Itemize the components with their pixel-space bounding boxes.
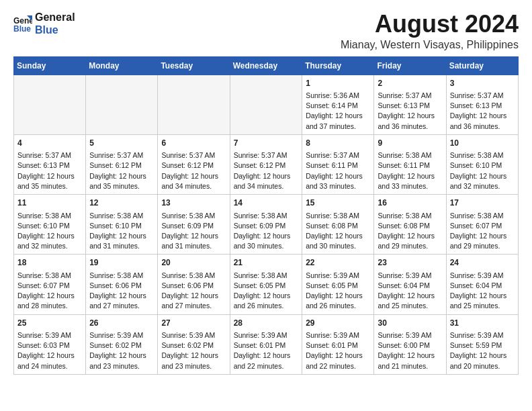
day-number: 25	[17, 318, 82, 329]
calendar-cell: 24Sunrise: 5:39 AM Sunset: 6:04 PM Dayli…	[446, 255, 518, 314]
calendar-cell	[14, 75, 86, 134]
page-header: General Blue General Blue August 2024 Mi…	[13, 11, 519, 51]
day-number: 20	[161, 257, 226, 269]
calendar-cell: 7Sunrise: 5:37 AM Sunset: 6:12 PM Daylig…	[230, 134, 302, 194]
calendar-cell: 23Sunrise: 5:39 AM Sunset: 6:04 PM Dayli…	[374, 255, 446, 314]
day-info: Sunrise: 5:38 AM Sunset: 6:11 PM Dayligh…	[378, 150, 442, 191]
day-number: 13	[161, 197, 226, 209]
day-number: 9	[378, 138, 442, 149]
calendar-cell: 31Sunrise: 5:39 AM Sunset: 5:59 PM Dayli…	[446, 314, 518, 374]
calendar-week-row: 1Sunrise: 5:36 AM Sunset: 6:14 PM Daylig…	[14, 75, 519, 134]
day-number: 16	[378, 197, 442, 209]
calendar-cell: 1Sunrise: 5:36 AM Sunset: 6:14 PM Daylig…	[302, 75, 374, 134]
day-info: Sunrise: 5:39 AM Sunset: 6:02 PM Dayligh…	[89, 330, 154, 371]
calendar-week-row: 4Sunrise: 5:37 AM Sunset: 6:13 PM Daylig…	[14, 134, 519, 194]
day-number: 30	[378, 318, 442, 329]
day-number: 10	[450, 138, 515, 149]
calendar-cell: 4Sunrise: 5:37 AM Sunset: 6:13 PM Daylig…	[14, 134, 86, 194]
day-info: Sunrise: 5:37 AM Sunset: 6:13 PM Dayligh…	[450, 91, 515, 132]
calendar-cell: 13Sunrise: 5:38 AM Sunset: 6:09 PM Dayli…	[158, 195, 230, 255]
day-info: Sunrise: 5:38 AM Sunset: 6:09 PM Dayligh…	[234, 211, 299, 252]
day-info: Sunrise: 5:37 AM Sunset: 6:12 PM Dayligh…	[89, 150, 154, 191]
column-header-wednesday: Wednesday	[230, 56, 302, 75]
day-info: Sunrise: 5:36 AM Sunset: 6:14 PM Dayligh…	[306, 91, 370, 132]
column-header-monday: Monday	[86, 56, 158, 75]
day-number: 17	[450, 197, 515, 209]
calendar-cell: 21Sunrise: 5:38 AM Sunset: 6:05 PM Dayli…	[230, 255, 302, 314]
calendar-cell: 20Sunrise: 5:38 AM Sunset: 6:06 PM Dayli…	[158, 255, 230, 314]
day-number: 24	[450, 257, 515, 269]
calendar-cell	[86, 75, 158, 134]
day-info: Sunrise: 5:38 AM Sunset: 6:07 PM Dayligh…	[17, 271, 82, 312]
calendar-cell: 11Sunrise: 5:38 AM Sunset: 6:10 PM Dayli…	[14, 195, 86, 255]
calendar-cell: 8Sunrise: 5:37 AM Sunset: 6:11 PM Daylig…	[302, 134, 374, 194]
day-info: Sunrise: 5:37 AM Sunset: 6:11 PM Dayligh…	[306, 150, 370, 191]
calendar-cell: 26Sunrise: 5:39 AM Sunset: 6:02 PM Dayli…	[86, 314, 158, 374]
calendar-header-row: SundayMondayTuesdayWednesdayThursdayFrid…	[14, 56, 519, 75]
day-number: 31	[450, 318, 515, 329]
logo-general: General	[35, 11, 75, 24]
calendar-cell: 6Sunrise: 5:37 AM Sunset: 6:12 PM Daylig…	[158, 134, 230, 194]
day-number: 15	[306, 197, 370, 209]
day-number: 28	[234, 318, 299, 329]
day-info: Sunrise: 5:39 AM Sunset: 6:01 PM Dayligh…	[234, 330, 299, 371]
column-header-thursday: Thursday	[302, 56, 374, 75]
day-info: Sunrise: 5:38 AM Sunset: 6:09 PM Dayligh…	[161, 211, 226, 252]
day-info: Sunrise: 5:38 AM Sunset: 6:10 PM Dayligh…	[17, 211, 82, 252]
day-info: Sunrise: 5:39 AM Sunset: 6:01 PM Dayligh…	[306, 330, 370, 371]
column-header-saturday: Saturday	[446, 56, 518, 75]
day-number: 14	[234, 197, 299, 209]
day-info: Sunrise: 5:37 AM Sunset: 6:12 PM Dayligh…	[161, 150, 226, 191]
calendar-cell: 28Sunrise: 5:39 AM Sunset: 6:01 PM Dayli…	[230, 314, 302, 374]
day-info: Sunrise: 5:38 AM Sunset: 6:07 PM Dayligh…	[450, 211, 515, 252]
day-number: 4	[17, 138, 82, 149]
title-block: August 2024 Mianay, Western Visayas, Phi…	[341, 11, 519, 51]
calendar-week-row: 18Sunrise: 5:38 AM Sunset: 6:07 PM Dayli…	[14, 255, 519, 314]
calendar-cell: 12Sunrise: 5:38 AM Sunset: 6:10 PM Dayli…	[86, 195, 158, 255]
calendar-cell: 14Sunrise: 5:38 AM Sunset: 6:09 PM Dayli…	[230, 195, 302, 255]
day-info: Sunrise: 5:38 AM Sunset: 6:05 PM Dayligh…	[234, 271, 299, 312]
day-info: Sunrise: 5:37 AM Sunset: 6:13 PM Dayligh…	[378, 91, 442, 132]
day-info: Sunrise: 5:39 AM Sunset: 6:05 PM Dayligh…	[306, 271, 370, 312]
calendar-cell: 10Sunrise: 5:38 AM Sunset: 6:10 PM Dayli…	[446, 134, 518, 194]
calendar-cell: 18Sunrise: 5:38 AM Sunset: 6:07 PM Dayli…	[14, 255, 86, 314]
main-title: August 2024	[341, 11, 519, 38]
day-info: Sunrise: 5:38 AM Sunset: 6:08 PM Dayligh…	[306, 211, 370, 252]
calendar-cell: 25Sunrise: 5:39 AM Sunset: 6:03 PM Dayli…	[14, 314, 86, 374]
calendar-cell: 19Sunrise: 5:38 AM Sunset: 6:06 PM Dayli…	[86, 255, 158, 314]
day-info: Sunrise: 5:37 AM Sunset: 6:12 PM Dayligh…	[234, 150, 299, 191]
day-number: 11	[17, 197, 82, 209]
day-number: 22	[306, 257, 370, 269]
day-info: Sunrise: 5:38 AM Sunset: 6:10 PM Dayligh…	[450, 150, 515, 191]
day-number: 18	[17, 257, 82, 269]
calendar-cell: 15Sunrise: 5:38 AM Sunset: 6:08 PM Dayli…	[302, 195, 374, 255]
column-header-sunday: Sunday	[14, 56, 86, 75]
subtitle: Mianay, Western Visayas, Philippines	[341, 39, 519, 51]
calendar-table: SundayMondayTuesdayWednesdayThursdayFrid…	[13, 56, 519, 375]
calendar-cell: 17Sunrise: 5:38 AM Sunset: 6:07 PM Dayli…	[446, 195, 518, 255]
day-info: Sunrise: 5:39 AM Sunset: 6:00 PM Dayligh…	[378, 330, 442, 371]
day-info: Sunrise: 5:39 AM Sunset: 6:04 PM Dayligh…	[378, 271, 442, 312]
calendar-cell: 29Sunrise: 5:39 AM Sunset: 6:01 PM Dayli…	[302, 314, 374, 374]
day-info: Sunrise: 5:39 AM Sunset: 6:02 PM Dayligh…	[161, 330, 226, 371]
calendar-cell: 27Sunrise: 5:39 AM Sunset: 6:02 PM Dayli…	[158, 314, 230, 374]
day-number: 6	[161, 138, 226, 149]
day-info: Sunrise: 5:38 AM Sunset: 6:08 PM Dayligh…	[378, 211, 442, 252]
day-info: Sunrise: 5:37 AM Sunset: 6:13 PM Dayligh…	[17, 150, 82, 191]
calendar-week-row: 25Sunrise: 5:39 AM Sunset: 6:03 PM Dayli…	[14, 314, 519, 374]
calendar-cell: 5Sunrise: 5:37 AM Sunset: 6:12 PM Daylig…	[86, 134, 158, 194]
column-header-tuesday: Tuesday	[158, 56, 230, 75]
day-number: 27	[161, 318, 226, 329]
calendar-week-row: 11Sunrise: 5:38 AM Sunset: 6:10 PM Dayli…	[14, 195, 519, 255]
day-info: Sunrise: 5:39 AM Sunset: 6:03 PM Dayligh…	[17, 330, 82, 371]
day-number: 8	[306, 138, 370, 149]
calendar-cell: 9Sunrise: 5:38 AM Sunset: 6:11 PM Daylig…	[374, 134, 446, 194]
day-info: Sunrise: 5:38 AM Sunset: 6:06 PM Dayligh…	[161, 271, 226, 312]
day-number: 23	[378, 257, 442, 269]
calendar-cell: 16Sunrise: 5:38 AM Sunset: 6:08 PM Dayli…	[374, 195, 446, 255]
day-info: Sunrise: 5:38 AM Sunset: 6:10 PM Dayligh…	[89, 211, 154, 252]
calendar-cell: 30Sunrise: 5:39 AM Sunset: 6:00 PM Dayli…	[374, 314, 446, 374]
calendar-cell	[230, 75, 302, 134]
logo-icon: General Blue	[13, 14, 32, 33]
day-number: 12	[89, 197, 154, 209]
